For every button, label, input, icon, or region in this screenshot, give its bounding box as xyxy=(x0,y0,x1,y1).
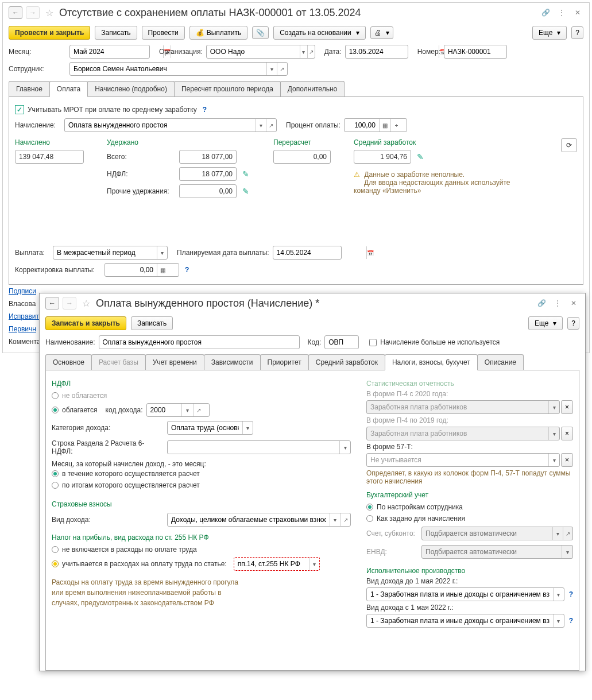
star-icon[interactable]: ☆ xyxy=(82,298,90,309)
open-icon[interactable]: ↗ xyxy=(193,404,204,416)
link-icon[interactable]: 🔗 xyxy=(536,297,547,309)
code-field[interactable] xyxy=(325,337,358,348)
post-close-button[interactable]: Провести и закрыть xyxy=(9,26,90,40)
tab-calc-base[interactable]: Расчет базы xyxy=(91,354,146,370)
nav-back-button[interactable]: ← xyxy=(45,297,59,310)
employee-field[interactable] xyxy=(70,63,266,75)
57t-field[interactable] xyxy=(367,454,548,466)
tab-time[interactable]: Учет времени xyxy=(145,354,204,370)
mrot-checkbox[interactable]: ✓ xyxy=(15,105,24,114)
income-code-field[interactable] xyxy=(147,404,181,416)
help-icon[interactable]: ? xyxy=(569,590,573,598)
correction-field[interactable] xyxy=(105,264,157,276)
other-value[interactable]: 0,00 xyxy=(179,184,237,198)
help-icon[interactable]: ? xyxy=(569,617,573,625)
payout-field[interactable] xyxy=(53,247,157,258)
employee-input[interactable]: ▾ ↗ xyxy=(69,62,288,76)
calc-icon[interactable]: ▦ xyxy=(157,264,168,276)
57t-input[interactable]: ▾ xyxy=(366,453,560,467)
included-radio[interactable] xyxy=(52,560,59,567)
taxed-radio[interactable] xyxy=(52,407,59,413)
tab-description[interactable]: Описание xyxy=(477,354,524,370)
code-input[interactable] xyxy=(324,335,359,349)
open-icon[interactable]: ↗ xyxy=(340,513,350,526)
fix-link[interactable]: Исправит xyxy=(9,312,39,320)
recalc-value[interactable]: 0,00 xyxy=(273,150,331,164)
article-input[interactable]: ▾ xyxy=(234,557,320,571)
by-emp-radio[interactable] xyxy=(366,504,373,511)
dropdown-icon[interactable]: ▾ xyxy=(309,558,319,570)
close-icon[interactable]: ✕ xyxy=(568,297,579,309)
menu-icon[interactable]: ⋮ xyxy=(552,297,563,309)
dropdown-icon[interactable]: ▾ xyxy=(330,513,340,526)
open-icon[interactable]: ↗ xyxy=(277,63,287,75)
not-included-radio[interactable] xyxy=(52,546,59,553)
income-cat-input[interactable]: ▾ xyxy=(167,421,253,435)
help-button[interactable]: ? xyxy=(571,26,583,39)
tab-main[interactable]: Главное xyxy=(9,81,50,96)
open-icon[interactable]: ↗ xyxy=(307,45,315,58)
nav-back-button[interactable]: ← xyxy=(9,6,22,19)
org-field[interactable] xyxy=(207,46,300,57)
total-value[interactable]: 18 077,00 xyxy=(179,150,237,164)
edit-icon[interactable]: ✎ xyxy=(417,152,424,161)
stepper-icon[interactable]: ÷ xyxy=(390,119,402,132)
dropdown-icon[interactable]: ▾ xyxy=(266,63,277,75)
edit-icon[interactable]: ✎ xyxy=(242,169,249,179)
more-button[interactable]: Еще xyxy=(532,26,567,40)
tab-basic[interactable]: Основное xyxy=(45,354,92,370)
dropdown-icon[interactable]: ▾ xyxy=(181,404,193,416)
number-input[interactable] xyxy=(444,45,507,59)
income-cat-field[interactable] xyxy=(168,422,242,434)
percent-input[interactable]: ▦ ÷ xyxy=(344,118,407,132)
income-code-input[interactable]: ▾ ↗ xyxy=(146,403,210,417)
6ndfl-field[interactable] xyxy=(168,442,339,453)
star-icon[interactable]: ☆ xyxy=(45,7,53,18)
primary-link[interactable]: Первичн xyxy=(9,325,36,333)
accrual-field[interactable] xyxy=(65,119,256,131)
close-icon[interactable]: ✕ xyxy=(572,7,583,18)
after-radio[interactable] xyxy=(52,482,59,489)
nav-forward-button[interactable]: → xyxy=(26,6,40,19)
help-icon[interactable]: ? xyxy=(185,266,189,274)
income-type-field[interactable] xyxy=(168,514,330,525)
dropdown-icon[interactable]: ▾ xyxy=(300,45,307,58)
month-field[interactable] xyxy=(70,46,163,57)
more-button[interactable]: Еще xyxy=(528,316,563,330)
6ndfl-input[interactable]: ▾ xyxy=(167,440,351,454)
clear-button[interactable]: × xyxy=(561,427,573,440)
menu-icon[interactable]: ⋮ xyxy=(556,7,567,18)
signatures-link[interactable]: Подписи xyxy=(9,287,36,295)
help-button[interactable]: ? xyxy=(567,317,579,330)
tab-deps[interactable]: Зависимости xyxy=(204,354,261,370)
org-input[interactable]: ▾ ↗ xyxy=(206,45,315,59)
dropdown-icon[interactable]: ▾ xyxy=(548,454,559,466)
before-2022-input[interactable]: ▾ xyxy=(366,587,564,601)
ndfl-value[interactable]: 18 077,00 xyxy=(179,167,237,181)
calendar-icon[interactable]: 📅 xyxy=(366,246,374,259)
avg-value[interactable]: 1 904,76 xyxy=(354,150,411,164)
accrual-input[interactable]: ▾ ↗ xyxy=(64,118,277,132)
tab-taxes[interactable]: Налоги, взносы, бухучет xyxy=(385,354,478,370)
number-field[interactable] xyxy=(444,46,537,57)
article-field[interactable] xyxy=(234,558,309,570)
write-close-button[interactable]: Записать и закрыть xyxy=(45,316,126,330)
income-type-input[interactable]: ▾ ↗ xyxy=(167,513,351,527)
tab-avg-earn[interactable]: Средний заработок xyxy=(308,354,385,370)
name-input[interactable] xyxy=(99,335,300,349)
refresh-button[interactable]: ⟳ xyxy=(561,138,577,152)
percent-field[interactable] xyxy=(345,119,379,131)
dropdown-icon[interactable]: ▾ xyxy=(553,588,564,601)
tab-accrued-detail[interactable]: Начислено (подробно) xyxy=(87,81,175,96)
dropdown-icon[interactable]: ▾ xyxy=(157,246,167,259)
month-input[interactable]: 📅 ÷ xyxy=(69,45,150,59)
edit-icon[interactable]: ✎ xyxy=(242,187,249,196)
pay-button[interactable]: Выплатить xyxy=(189,26,248,40)
tab-additional[interactable]: Дополнительно xyxy=(280,81,345,96)
tab-payment[interactable]: Оплата xyxy=(49,81,88,97)
tab-recalc[interactable]: Пересчет прошлого периода xyxy=(174,81,281,96)
plan-date-field[interactable] xyxy=(273,247,366,258)
post-button[interactable]: Провести xyxy=(142,26,185,40)
dropdown-icon[interactable]: ▾ xyxy=(256,119,266,132)
nav-forward-button[interactable]: → xyxy=(63,297,76,310)
